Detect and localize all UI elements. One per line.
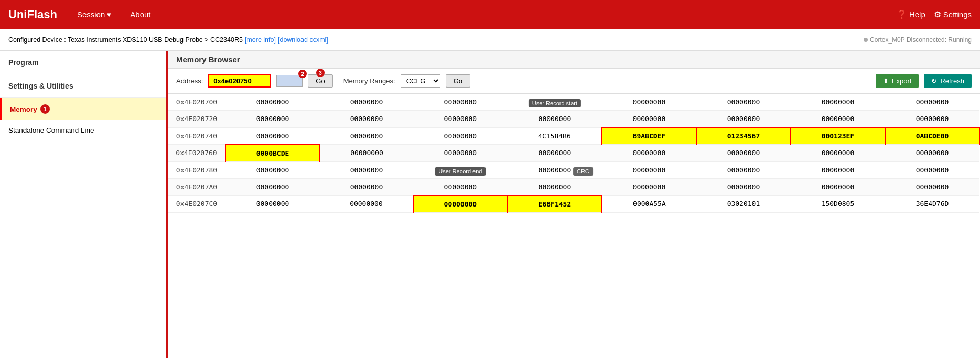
session-menu[interactable]: Session ▾ (73, 0, 115, 29)
about-menu[interactable]: About (126, 0, 155, 29)
memory-cell: 00000000 (602, 111, 696, 128)
memory-table: 0x4E020700000000000000000000000000000000… (168, 94, 980, 213)
memory-cell: 00000000 (696, 111, 791, 128)
memory-cell: 00000000 (885, 145, 979, 162)
memory-cell: 0000A55A (602, 196, 696, 213)
memory-cell: 00000000 (225, 161, 320, 178)
go2-button[interactable]: Go (446, 74, 470, 88)
address-cell: 0x4E020780 (168, 161, 225, 178)
breadcrumb-bar: Configured Device : Texas Instruments XD… (0, 29, 980, 51)
table-row: 0x4E0207400000000000000000000000004C1584… (168, 127, 979, 145)
address-cell: 0x4E0207C0 (168, 196, 225, 213)
memory-cell: 00000000 (885, 111, 979, 128)
memory-cell: 00000000 (225, 178, 320, 196)
top-nav-right: ❓ Help ⚙ Settings (897, 9, 972, 19)
address-cell: 0x4E020760 (168, 145, 225, 162)
memory-cell: 00000000 (320, 94, 413, 111)
memory-cell: 01234567 (696, 127, 791, 145)
memory-cell: 00000000 (696, 94, 791, 111)
memory-cell: 00000000 (602, 94, 696, 111)
memory-cell: 89ABCDEF (602, 127, 696, 145)
address-cell: 0x4E020720 (168, 111, 225, 128)
memory-cell: 00000000 (413, 145, 508, 162)
memory-cell: 000123EF (791, 127, 885, 145)
memory-cell: 00000000 (696, 145, 791, 162)
sidebar-item-standalone[interactable]: Standalone Command Line (0, 120, 166, 140)
memory-cell: 00000000 (885, 161, 979, 178)
memory-ranges-label: Memory Ranges: (343, 77, 395, 85)
address-cell: 0x4E020700 (168, 94, 225, 111)
memory-cell: 00000000 (320, 111, 413, 128)
memory-cell: 00000000 (791, 94, 885, 111)
memory-cell: 4C1584B6 (508, 127, 602, 145)
breadcrumb: Configured Device : Texas Instruments XD… (8, 36, 328, 44)
table-row: 0x4E0207600000BCDE0000000000000000000000… (168, 145, 979, 162)
memory-cell: 00000000 (885, 178, 979, 196)
memory-cell: 00000000 (885, 94, 979, 111)
memory-cell: 00000000 (320, 127, 413, 145)
gear-icon: ⚙ (934, 9, 941, 19)
memory-browser-toolbar: Address: 2 3 Go Memory Ranges: CCFG FLAS… (168, 69, 980, 94)
refresh-button[interactable]: ↻ Refresh (924, 74, 972, 88)
memory-cell: 00000000 (225, 127, 320, 145)
memory-browser-header: Memory Browser (168, 51, 980, 69)
export-icon: ⬆ (883, 77, 889, 85)
memory-cell: 00000000 (413, 94, 508, 111)
memory-cell: 00000000 (225, 94, 320, 111)
export-button[interactable]: ⬆ Export (876, 74, 919, 88)
go-btn-container: 3 Go (308, 74, 332, 88)
memory-cell: 00000000 (413, 111, 508, 128)
brand-logo: UniFlash (8, 8, 57, 21)
memory-cell: 00000000 (320, 161, 413, 178)
content-area: Memory Browser Address: 2 3 Go Memory Ra… (168, 51, 980, 358)
top-nav: UniFlash Session ▾ About ❓ Help ⚙ Settin… (0, 0, 980, 29)
memory-cell: 00000000 (791, 145, 885, 162)
table-row: 0x4E020720000000000000000000000000User R… (168, 111, 979, 128)
table-row: 0x4E0207C0000000000000000000000000E68F14… (168, 196, 979, 213)
memory-cell: 00000000 (320, 145, 413, 162)
memory-cell: 00000000 (602, 145, 696, 162)
address-input[interactable] (208, 74, 271, 88)
address-cell: 0x4E0207A0 (168, 178, 225, 196)
status-dot (864, 38, 868, 42)
memory-cell: 00000000 (320, 178, 413, 196)
connection-status: Cortex_M0P Disconnected: Running (864, 36, 972, 44)
address-label: Address: (176, 77, 203, 85)
sidebar-item-memory[interactable]: Memory 1 (0, 98, 166, 120)
refresh-icon: ↻ (931, 77, 937, 85)
num-input[interactable] (276, 75, 303, 87)
memory-cell: 00000000 (413, 196, 508, 213)
memory-cell: User Record start00000000 (508, 111, 602, 128)
memory-cell: 00000000 (413, 127, 508, 145)
settings-link[interactable]: ⚙ Settings (934, 9, 972, 19)
help-link[interactable]: ❓ Help (897, 9, 925, 19)
memory-range-select[interactable]: CCFG FLASH RAM SRAM (401, 74, 440, 88)
memory-cell: 00000000 (320, 196, 413, 213)
go-badge: 3 (316, 69, 325, 77)
memory-cell: 0000BCDE (225, 145, 320, 162)
memory-cell: 0ABCDE00 (885, 127, 979, 145)
memory-cell: 00000000 (696, 178, 791, 196)
main-layout: Program Settings & Utilities Memory 1 St… (0, 51, 980, 358)
memory-cell: 36E4D76D (885, 196, 979, 213)
memory-cell: 00000000 (508, 145, 602, 162)
num-input-badge: 2 (298, 70, 307, 78)
memory-cell: 00000000 (791, 111, 885, 128)
memory-badge: 1 (40, 104, 50, 114)
address-cell: 0x4E020740 (168, 127, 225, 145)
more-info-link[interactable]: [more info] (245, 36, 276, 44)
memory-cell: 00000000 (225, 196, 320, 213)
memory-cell: 00000000 (225, 111, 320, 128)
sidebar-item-program[interactable]: Program (0, 51, 166, 74)
memory-cell: 00000000 (791, 178, 885, 196)
memory-cell: CRC00000000 (508, 178, 602, 196)
sidebar-item-settings-utilities[interactable]: Settings & Utilities (0, 74, 166, 98)
memory-table-container: 0x4E020700000000000000000000000000000000… (168, 94, 980, 358)
download-ccxml-link[interactable]: [download ccxml] (278, 36, 328, 44)
memory-cell: 150D0805 (791, 196, 885, 213)
go-button[interactable]: 3 Go (308, 74, 332, 88)
memory-cell: 03020101 (696, 196, 791, 213)
memory-cell: E68F1452 (508, 196, 602, 213)
session-dropdown-icon: ▾ (107, 10, 111, 19)
memory-cell: User Record end00000000 (413, 178, 508, 196)
